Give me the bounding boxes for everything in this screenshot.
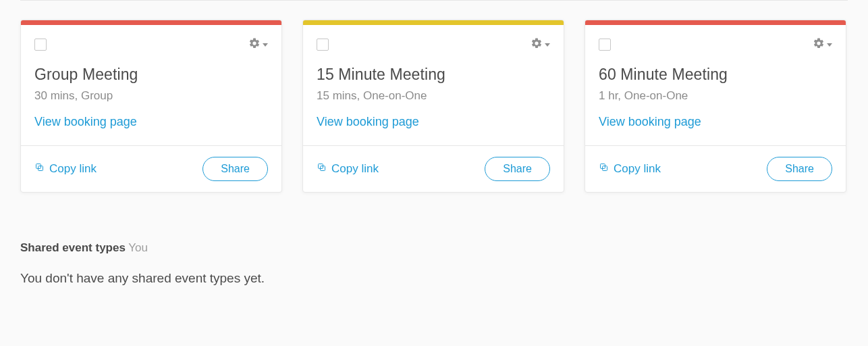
event-card: Group Meeting 30 mins, Group View bookin… bbox=[20, 20, 282, 193]
event-subtitle: 15 mins, One-on-One bbox=[317, 89, 550, 103]
chevron-down-icon bbox=[263, 43, 268, 47]
event-title: 15 Minute Meeting bbox=[317, 66, 550, 84]
copy-icon bbox=[599, 162, 609, 176]
copy-link-label: Copy link bbox=[614, 162, 661, 176]
card-accent bbox=[21, 20, 281, 25]
copy-icon bbox=[34, 162, 45, 176]
event-title: Group Meeting bbox=[34, 66, 268, 84]
select-checkbox[interactable] bbox=[34, 39, 47, 51]
event-subtitle: 30 mins, Group bbox=[34, 89, 268, 103]
event-subtitle: 1 hr, One-on-One bbox=[599, 89, 832, 103]
copy-link-label: Copy link bbox=[49, 162, 97, 176]
view-booking-link[interactable]: View booking page bbox=[317, 115, 419, 128]
settings-menu[interactable] bbox=[813, 37, 832, 52]
shared-empty-message: You don't have any shared event types ye… bbox=[20, 271, 848, 286]
shared-event-types-section: Shared event types You You don't have an… bbox=[20, 241, 848, 286]
share-button[interactable]: Share bbox=[485, 157, 550, 181]
view-booking-link[interactable]: View booking page bbox=[34, 115, 137, 128]
card-accent bbox=[303, 20, 564, 25]
shared-heading-suffix: You bbox=[128, 241, 148, 254]
shared-heading-bold: Shared event types bbox=[20, 241, 126, 254]
event-card: 60 Minute Meeting 1 hr, One-on-One View … bbox=[585, 20, 846, 193]
settings-menu[interactable] bbox=[248, 37, 268, 52]
select-checkbox[interactable] bbox=[317, 39, 329, 51]
shared-heading: Shared event types You bbox=[20, 241, 848, 255]
settings-menu[interactable] bbox=[531, 37, 550, 52]
select-checkbox[interactable] bbox=[599, 39, 611, 51]
view-booking-link[interactable]: View booking page bbox=[599, 115, 701, 128]
card-accent bbox=[585, 20, 846, 25]
gear-icon bbox=[248, 37, 261, 52]
event-title: 60 Minute Meeting bbox=[599, 66, 832, 84]
event-cards-row: Group Meeting 30 mins, Group View bookin… bbox=[20, 20, 848, 193]
event-card: 15 Minute Meeting 15 mins, One-on-One Vi… bbox=[302, 20, 564, 193]
copy-icon bbox=[317, 162, 327, 176]
copy-link-button[interactable]: Copy link bbox=[317, 162, 379, 176]
gear-icon bbox=[813, 37, 825, 52]
share-button[interactable]: Share bbox=[767, 157, 832, 181]
gear-icon bbox=[531, 37, 543, 52]
top-divider bbox=[20, 0, 848, 1]
chevron-down-icon bbox=[545, 43, 550, 47]
share-button[interactable]: Share bbox=[202, 157, 268, 181]
chevron-down-icon bbox=[827, 43, 832, 47]
copy-link-label: Copy link bbox=[331, 162, 379, 176]
copy-link-button[interactable]: Copy link bbox=[34, 162, 97, 176]
copy-link-button[interactable]: Copy link bbox=[599, 162, 661, 176]
